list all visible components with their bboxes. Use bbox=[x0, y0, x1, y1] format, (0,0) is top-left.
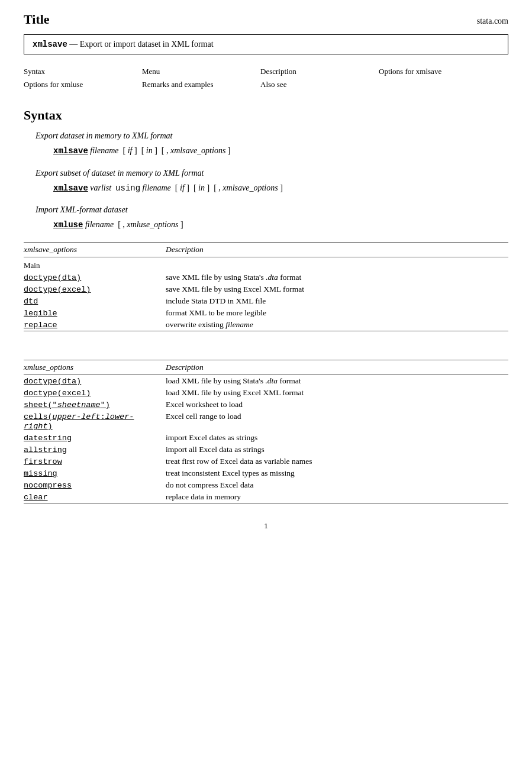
opt-u-cells: cells(upper-left:lower-right) bbox=[24, 412, 134, 431]
nav-description[interactable]: Description bbox=[260, 65, 355, 78]
opt-u-desc-datestring: import Excel dates as strings bbox=[166, 432, 508, 444]
title-box: xmlsave — Export or import dataset in XM… bbox=[24, 34, 508, 54]
nav-remarks[interactable]: Remarks and examples bbox=[142, 78, 237, 91]
opt-u-missing: missing bbox=[24, 469, 57, 478]
table-row: doctype(excel) load XML file by using Ex… bbox=[24, 387, 508, 399]
page-header: Title stata.com bbox=[24, 12, 508, 27]
xmluse-col1-header: xmluse_options bbox=[24, 360, 166, 375]
syntax-line-1: xmlsave filename [ if ] [ in ] [ , xmlsa… bbox=[53, 144, 508, 157]
subsection-import: Import XML-format dataset xmluse filenam… bbox=[24, 205, 508, 231]
opt-u-allstring: allstring bbox=[24, 446, 67, 454]
page-title: Title bbox=[24, 12, 50, 27]
xmluse-table-header: xmluse_options Description bbox=[24, 360, 508, 375]
table-row: datestring import Excel dates as strings bbox=[24, 432, 508, 444]
xmlsave-col1-header: xmlsave_options bbox=[24, 243, 166, 257]
opt-u-doctype-dta: doctype(dta) bbox=[24, 377, 81, 386]
cmd-xmluse: xmluse bbox=[53, 220, 83, 230]
subsection-export-subset: Export subset of dataset in memory to XM… bbox=[24, 169, 508, 195]
subsection-label-1: Export dataset in memory to XML format bbox=[36, 131, 508, 141]
opt-u-desc-firstrow: treat first row of Excel data as variabl… bbox=[166, 456, 508, 467]
table-spacer bbox=[24, 346, 508, 360]
nav-options-xmluse[interactable]: Options for xmluse bbox=[24, 78, 118, 91]
table-row: dtd include Stata DTD in XML file bbox=[24, 295, 508, 307]
syntax-line-2: xmlsave varlist using filename [ if ] [ … bbox=[53, 182, 508, 195]
opt-doctype-dta: doctype(dta) bbox=[24, 273, 81, 282]
opt-desc-replace: overwrite existing filename bbox=[166, 319, 508, 331]
table-row: doctype(dta) save XML file by using Stat… bbox=[24, 272, 508, 283]
nav-col-4: Options for xmlsave bbox=[379, 65, 473, 91]
opt-u-datestring: datestring bbox=[24, 434, 72, 443]
nav-col-2: Menu Remarks and examples bbox=[142, 65, 237, 91]
opt-u-nocompress: nocompress bbox=[24, 481, 72, 490]
opt-u-desc-missing: treat inconsistent Excel types as missin… bbox=[166, 467, 508, 479]
subsection-export-all: Export dataset in memory to XML format x… bbox=[24, 131, 508, 157]
domain-label: stata.com bbox=[477, 17, 508, 26]
opt-dtd: dtd bbox=[24, 297, 38, 306]
opt-u-doctype-excel: doctype(excel) bbox=[24, 389, 91, 398]
table-row: clear replace data in memory bbox=[24, 491, 508, 503]
xmluse-options-table: xmluse_options Description doctype(dta) … bbox=[24, 360, 508, 503]
nav-options-xmlsave[interactable]: Options for xmlsave bbox=[379, 65, 473, 78]
table-row: nocompress do not compress Excel data bbox=[24, 479, 508, 491]
opt-desc-dtd: include Stata DTD in XML file bbox=[166, 295, 508, 307]
table-row: doctype(dta) load XML file by using Stat… bbox=[24, 375, 508, 388]
opt-u-desc-allstring: import all Excel data as strings bbox=[166, 444, 508, 456]
opt-u-desc-clear: replace data in memory bbox=[166, 491, 508, 503]
nav-col-3: Description Also see bbox=[260, 65, 355, 91]
title-cmd: xmlsave bbox=[33, 40, 67, 49]
opt-u-desc-cells: Excel cell range to load bbox=[166, 411, 508, 432]
page-footer: 1 bbox=[24, 521, 508, 531]
opt-doctype-excel: doctype(excel) bbox=[24, 285, 91, 294]
opt-u-desc-doctype-excel: load XML file by using Excel XML format bbox=[166, 387, 508, 399]
syntax-section: Syntax Export dataset in memory to XML f… bbox=[24, 108, 508, 231]
opt-u-sheet: sheet("sheetname") bbox=[24, 401, 110, 409]
opt-desc-doctype-dta: save XML file by using Stata's .dta form… bbox=[166, 272, 508, 283]
xmlsave-table-header: xmlsave_options Description bbox=[24, 243, 508, 257]
nav-syntax[interactable]: Syntax bbox=[24, 65, 118, 78]
title-description: Export or import dataset in XML format bbox=[80, 40, 214, 49]
table-row: cells(upper-left:lower-right) Excel cell… bbox=[24, 411, 508, 432]
xmlsave-main-label: Main bbox=[24, 257, 508, 272]
nav-col-1: Syntax Options for xmluse bbox=[24, 65, 118, 91]
table-row: replace overwrite existing filename bbox=[24, 319, 508, 331]
table-row: missing treat inconsistent Excel types a… bbox=[24, 467, 508, 479]
page-number: 1 bbox=[264, 521, 268, 530]
opt-u-desc-nocompress: do not compress Excel data bbox=[166, 479, 508, 491]
cmd-xmlsave-2: xmlsave bbox=[53, 183, 88, 193]
xmlsave-group-label: Main bbox=[24, 257, 508, 272]
nav-links: Syntax Options for xmluse Menu Remarks a… bbox=[24, 65, 508, 91]
opt-legible: legible bbox=[24, 309, 57, 318]
table-row: allstring import all Excel data as strin… bbox=[24, 444, 508, 456]
subsection-label-3: Import XML-format dataset bbox=[36, 205, 508, 215]
xmlsave-options-table: xmlsave_options Description Main doctype… bbox=[24, 242, 508, 331]
opt-desc-doctype-excel: save XML file by using Excel XML format bbox=[166, 283, 508, 295]
opt-replace: replace bbox=[24, 321, 57, 330]
nav-also-see[interactable]: Also see bbox=[260, 78, 355, 91]
title-dash: — bbox=[69, 40, 78, 49]
table-row: sheet("sheetname") Excel worksheet to lo… bbox=[24, 399, 508, 411]
opt-u-desc-doctype-dta: load XML file by using Stata's .dta form… bbox=[166, 375, 508, 388]
syntax-heading: Syntax bbox=[24, 108, 508, 123]
opt-desc-legible: format XML to be more legible bbox=[166, 307, 508, 319]
subsection-label-2: Export subset of dataset in memory to XM… bbox=[36, 169, 508, 178]
opt-u-clear: clear bbox=[24, 493, 48, 502]
table-row: legible format XML to be more legible bbox=[24, 307, 508, 319]
nav-menu[interactable]: Menu bbox=[142, 65, 237, 78]
xmluse-col2-header: Description bbox=[166, 360, 508, 375]
table-row: doctype(excel) save XML file by using Ex… bbox=[24, 283, 508, 295]
opt-u-firstrow: firstrow bbox=[24, 457, 62, 466]
cmd-xmlsave-1: xmlsave bbox=[53, 146, 88, 156]
table-row: firstrow treat first row of Excel data a… bbox=[24, 456, 508, 467]
opt-u-desc-sheet: Excel worksheet to load bbox=[166, 399, 508, 411]
syntax-line-3: xmluse filename [ , xmluse_options ] bbox=[53, 218, 508, 231]
xmlsave-col2-header: Description bbox=[166, 243, 508, 257]
